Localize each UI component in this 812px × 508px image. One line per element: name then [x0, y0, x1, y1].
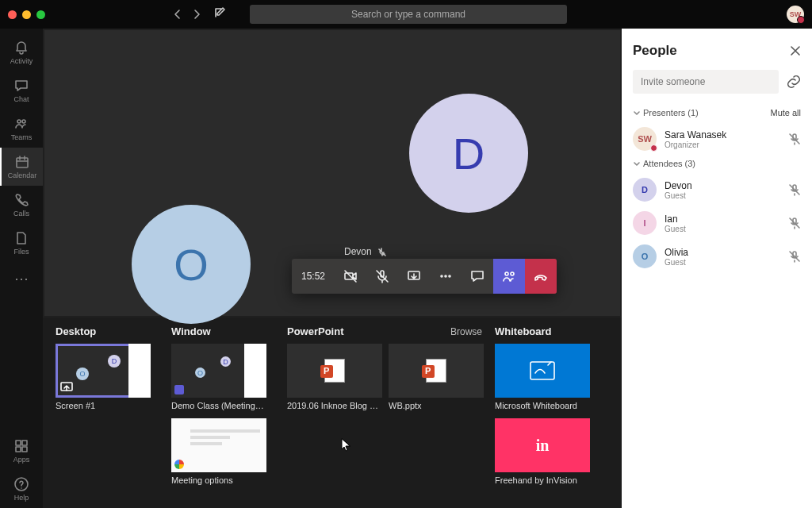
svg-point-11: [441, 275, 442, 277]
chevron-down-icon: [633, 160, 640, 167]
files-icon: [13, 230, 29, 246]
close-panel-button[interactable]: [790, 45, 801, 56]
copy-link-icon[interactable]: [787, 75, 801, 89]
rail-help[interactable]: Help: [0, 470, 43, 508]
person-row[interactable]: I Ian Guest: [633, 206, 801, 240]
person-row[interactable]: O Olivia Guest: [633, 240, 801, 273]
person-avatar: SW: [633, 127, 657, 151]
tray-header-window: Window: [171, 325, 274, 337]
call-timer: 15:52: [292, 259, 335, 294]
mic-off-icon[interactable]: [788, 133, 801, 145]
people-icon: [502, 269, 516, 283]
window-thumbnail: [171, 418, 266, 472]
rail-teams[interactable]: Teams: [0, 110, 43, 148]
share-powerpoint-tile[interactable]: WB.pptx: [389, 344, 484, 410]
mic-toggle-button[interactable]: [366, 259, 398, 294]
current-user-avatar[interactable]: SW: [787, 6, 804, 23]
person-row[interactable]: D Devon Guest: [633, 173, 801, 206]
rail-more[interactable]: ⋯: [14, 262, 29, 295]
browse-button[interactable]: Browse: [450, 326, 482, 337]
share-window-tile[interactable]: Meeting options: [171, 418, 266, 485]
rail-chat[interactable]: Chat: [0, 71, 43, 110]
svg-rect-4: [22, 441, 27, 445]
tray-col-whiteboard: Whiteboard Microsoft Whiteboard in Freeh…: [495, 325, 598, 493]
tray-col-desktop: Desktop D O Screen #1: [56, 325, 159, 493]
mic-off-icon[interactable]: [788, 217, 801, 229]
svg-point-0: [17, 120, 21, 123]
tile-label: Demo Class (Meeting) | …: [171, 401, 266, 410]
participant-avatar-olivia: O: [132, 205, 251, 324]
share-toggle-button[interactable]: [398, 259, 430, 294]
teams-icon: [13, 116, 29, 132]
rail-activity[interactable]: Activity: [0, 33, 43, 71]
person-name: Ian: [665, 214, 780, 225]
chat-toggle-button[interactable]: [462, 259, 493, 294]
invite-input[interactable]: [633, 70, 779, 94]
person-name: Sara Wanasek: [665, 129, 780, 140]
invision-icon: in: [536, 437, 550, 455]
camera-toggle-button[interactable]: [335, 259, 366, 294]
rail-label: Apps: [13, 456, 30, 464]
mute-all-button[interactable]: Mute all: [770, 108, 801, 117]
tray-col-window: Window D O Demo Class (Meeting) | …: [171, 325, 274, 493]
desktop-thumbnail: D O: [56, 344, 151, 398]
back-icon[interactable]: [172, 9, 183, 20]
phone-icon: [13, 192, 29, 208]
tile-label: Freehand by InVision: [495, 475, 590, 485]
person-info: Sara Wanasek Organizer: [665, 129, 780, 149]
mic-off-icon[interactable]: [788, 183, 801, 196]
bell-icon: [13, 40, 29, 56]
tile-label: Screen #1: [56, 401, 151, 410]
tray-col-powerpoint: PowerPoint Browse 2019.06 Inknoe Blog La…: [287, 325, 482, 493]
powerpoint-thumbnail: [389, 344, 484, 398]
rail-label: Files: [13, 248, 29, 256]
compose-icon: [213, 6, 226, 19]
person-role: Organizer: [665, 140, 780, 149]
maximize-window-button[interactable]: [36, 10, 45, 19]
minimize-window-button[interactable]: [22, 10, 31, 19]
tray-header-whiteboard: Whiteboard: [495, 325, 598, 337]
svg-rect-3: [16, 441, 21, 445]
attendees-header[interactable]: Attendees (3): [633, 159, 801, 168]
rail-calendar[interactable]: Calendar: [0, 148, 43, 186]
person-role: Guest: [665, 258, 780, 267]
tile-label: WB.pptx: [389, 401, 484, 410]
person-info: Ian Guest: [665, 214, 780, 233]
rail-files[interactable]: Files: [0, 224, 43, 262]
person-role: Guest: [665, 191, 780, 200]
participant-avatar-devon: D: [409, 94, 528, 213]
share-desktop-tile[interactable]: D O Screen #1: [56, 344, 151, 410]
share-whiteboard-tile[interactable]: Microsoft Whiteboard: [495, 344, 590, 410]
compose-button[interactable]: [213, 6, 226, 22]
meeting-stage: D O Devon 15:52: [44, 30, 620, 316]
people-panel: People Presenters (1) Mute all SW Sara W…: [622, 29, 812, 508]
rail-apps[interactable]: Apps: [0, 432, 43, 470]
hang-up-button[interactable]: [525, 259, 557, 294]
chat-icon: [13, 78, 29, 94]
rail-label: Activity: [10, 57, 33, 65]
share-window-tile[interactable]: D O Demo Class (Meeting) | …: [171, 344, 266, 410]
tray-header-powerpoint: PowerPoint Browse: [287, 325, 482, 337]
person-info: Olivia Guest: [665, 247, 780, 267]
powerpoint-thumbnail: [287, 344, 382, 398]
person-row[interactable]: SW Sara Wanasek Organizer: [633, 122, 801, 156]
search-input[interactable]: Search or type a command: [250, 5, 567, 24]
tray-header-label: PowerPoint: [287, 325, 344, 337]
chat-icon: [470, 269, 485, 283]
powerpoint-file-icon: [324, 359, 345, 383]
presenters-header[interactable]: Presenters (1) Mute all: [633, 108, 801, 117]
mic-off-icon: [377, 247, 386, 256]
share-whiteboard-tile[interactable]: in Freehand by InVision: [495, 418, 590, 485]
mic-off-icon[interactable]: [788, 250, 801, 263]
tile-label: 2019.06 Inknoe Blog Lau…: [287, 401, 382, 410]
nav-arrows: [172, 9, 202, 20]
panel-title: People: [633, 43, 677, 59]
speaker-label: Devon: [344, 246, 386, 257]
people-toggle-button[interactable]: [493, 259, 525, 294]
close-window-button[interactable]: [8, 10, 17, 19]
rail-calls[interactable]: Calls: [0, 186, 43, 224]
more-actions-button[interactable]: [430, 259, 462, 294]
help-icon: [13, 476, 29, 492]
forward-icon[interactable]: [191, 9, 202, 20]
share-powerpoint-tile[interactable]: 2019.06 Inknoe Blog Lau…: [287, 344, 382, 410]
